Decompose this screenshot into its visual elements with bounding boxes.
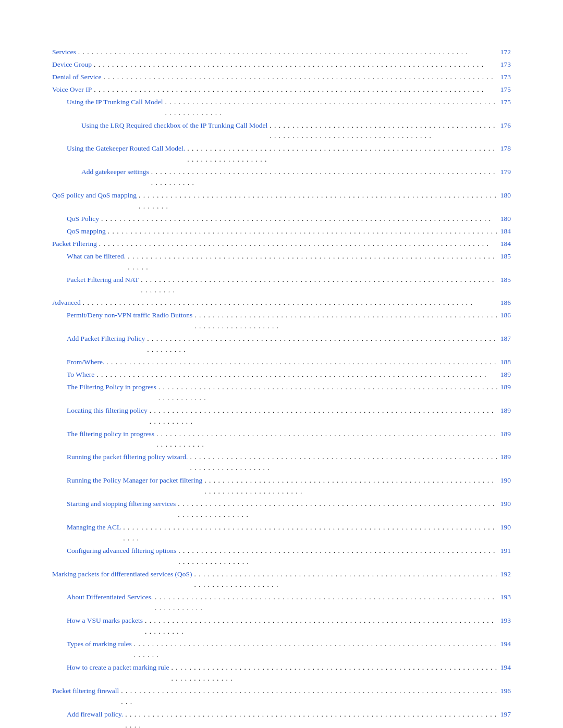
toc-dots: . . . . . . . . . . . . . . . . . . . . … — [204, 475, 498, 497]
toc-dots: . . . . . . . . . . . . . . . . . . . . … — [190, 452, 498, 474]
toc-link[interactable]: Running the Policy Manager for packet fi… — [67, 475, 202, 486]
toc-page-num: 178 — [500, 143, 511, 154]
toc-dots: . . . . . . . . . . . . . . . . . . . . … — [171, 662, 498, 684]
toc-link[interactable]: Packet Filtering and NAT — [67, 275, 139, 286]
toc-page-num: 175 — [500, 84, 511, 95]
toc-link[interactable]: From/Where. — [67, 357, 104, 368]
toc-entry[interactable]: About Differentiated Services. . . . . .… — [52, 592, 511, 614]
toc-link[interactable]: What can be filtered. — [67, 251, 126, 262]
toc-link[interactable]: How a VSU marks packets — [67, 615, 143, 626]
toc-page-num: 193 — [500, 592, 511, 603]
toc-dots: . . . . . . . . . . . . . . . . . . . . … — [128, 251, 498, 273]
toc-entry[interactable]: Services . . . . . . . . . . . . . . . .… — [52, 47, 511, 58]
toc-page-num: 188 — [500, 357, 511, 368]
toc-page-num: 172 — [500, 47, 511, 58]
toc-link[interactable]: Managing the ACL — [67, 522, 121, 533]
toc-link[interactable]: Permit/Deny non-VPN traffic Radio Button… — [67, 310, 192, 321]
toc-entry[interactable]: Packet filtering firewall . . . . . . . … — [52, 686, 511, 708]
toc-dots: . . . . . . . . . . . . . . . . . . . . … — [151, 167, 498, 189]
toc-entry[interactable]: Add firewall policy. . . . . . . . . . .… — [52, 709, 511, 728]
toc-entry[interactable]: Marking packets for differentiated servi… — [52, 569, 511, 591]
toc-dots: . . . . . . . . . . . . . . . . . . . . … — [94, 84, 498, 95]
toc-entry[interactable]: Using the LRQ Required checkbox of the I… — [52, 120, 511, 142]
toc-link[interactable]: To Where — [67, 369, 94, 380]
toc-entry[interactable]: Voice Over IP . . . . . . . . . . . . . … — [52, 84, 511, 95]
toc-link[interactable]: Device Group — [52, 59, 92, 70]
toc-link[interactable]: The Filtering Policy in progress — [67, 382, 156, 393]
toc-entry[interactable]: QoS mapping . . . . . . . . . . . . . . … — [52, 226, 511, 237]
toc-entry[interactable]: Types of marking rules . . . . . . . . .… — [52, 639, 511, 661]
toc-entry[interactable]: Packet Filtering . . . . . . . . . . . .… — [52, 239, 511, 250]
toc-link[interactable]: Using the IP Trunking Call Model — [67, 97, 163, 108]
toc-entry[interactable]: QoS policy and QoS mapping . . . . . . .… — [52, 190, 511, 212]
toc-link[interactable]: Using the Gatekeeper Routed Call Model. — [67, 143, 185, 154]
toc-link[interactable]: Packet Filtering — [52, 239, 97, 250]
toc-dots: . . . . . . . . . . . . . . . . . . . . … — [103, 72, 498, 83]
toc-page-num: 187 — [500, 334, 511, 344]
toc-dots: . . . . . . . . . . . . . . . . . . . . … — [108, 226, 498, 237]
toc-page-num: 186 — [500, 310, 511, 321]
toc-link[interactable]: Marking packets for differentiated servi… — [52, 569, 192, 580]
toc-entry[interactable]: Using the IP Trunking Call Model . . . .… — [52, 97, 511, 119]
toc-entry[interactable]: From/Where. . . . . . . . . . . . . . . … — [52, 357, 511, 368]
toc-link[interactable]: Locating this filtering policy — [67, 405, 148, 416]
toc-dots: . . . . . . . . . . . . . . . . . . . . … — [145, 615, 498, 637]
toc-link[interactable]: How to create a packet marking rule — [67, 662, 169, 673]
toc-entry[interactable]: Advanced . . . . . . . . . . . . . . . .… — [52, 298, 511, 309]
toc-link[interactable]: Add firewall policy. — [67, 709, 123, 720]
toc-link[interactable]: Services — [52, 47, 76, 58]
toc-entry[interactable]: Device Group . . . . . . . . . . . . . .… — [52, 59, 511, 70]
toc-page-num: 197 — [500, 709, 511, 720]
toc-link[interactable]: Types of marking rules — [67, 639, 132, 650]
toc-dots: . . . . . . . . . . . . . . . . . . . . … — [270, 120, 498, 142]
toc-dots: . . . . . . . . . . . . . . . . . . . . … — [187, 143, 498, 165]
toc-link[interactable]: Configuring advanced filtering options — [67, 546, 176, 557]
toc-page-num: 196 — [500, 686, 511, 697]
toc-entry[interactable]: Running the Policy Manager for packet fi… — [52, 475, 511, 497]
toc-link[interactable]: Voice Over IP — [52, 84, 92, 95]
toc-entry[interactable]: Running the packet filtering policy wiza… — [52, 452, 511, 474]
toc-link[interactable]: QoS Policy — [67, 214, 99, 225]
toc-dots: . . . . . . . . . . . . . . . . . . . . … — [194, 569, 498, 591]
toc-page-num: 180 — [500, 214, 511, 225]
toc-page-num: 192 — [500, 569, 511, 580]
toc-link[interactable]: Using the LRQ Required checkbox of the I… — [81, 120, 267, 131]
toc-entry[interactable]: Configuring advanced filtering options .… — [52, 546, 511, 567]
toc-entry[interactable]: Add gatekeeper settings . . . . . . . . … — [52, 167, 511, 189]
toc-entry[interactable]: The Filtering Policy in progress . . . .… — [52, 382, 511, 404]
toc-entry[interactable]: Packet Filtering and NAT . . . . . . . .… — [52, 275, 511, 297]
toc-link[interactable]: Running the packet filtering policy wiza… — [67, 452, 188, 463]
toc-dots: . . . . . . . . . . . . . . . . . . . . … — [194, 310, 498, 332]
toc-dots: . . . . . . . . . . . . . . . . . . . . … — [83, 298, 498, 309]
toc-link[interactable]: About Differentiated Services. — [67, 592, 153, 603]
toc-link[interactable]: QoS mapping — [67, 226, 106, 237]
toc-entry[interactable]: Permit/Deny non-VPN traffic Radio Button… — [52, 310, 511, 332]
toc-entry[interactable]: How to create a packet marking rule . . … — [52, 662, 511, 684]
toc-entry[interactable]: What can be filtered. . . . . . . . . . … — [52, 251, 511, 273]
toc-dots: . . . . . . . . . . . . . . . . . . . . … — [141, 275, 498, 297]
toc-entry[interactable]: QoS Policy . . . . . . . . . . . . . . .… — [52, 214, 511, 225]
toc-entry[interactable]: Denial of Service . . . . . . . . . . . … — [52, 72, 511, 83]
toc-dots: . . . . . . . . . . . . . . . . . . . . … — [99, 239, 498, 250]
toc-link[interactable]: QoS policy and QoS mapping — [52, 190, 137, 201]
toc-entry[interactable]: Starting and stopping filtering services… — [52, 499, 511, 521]
toc-dots: . . . . . . . . . . . . . . . . . . . . … — [94, 59, 498, 70]
toc-entry[interactable]: Add Packet Filtering Policy . . . . . . … — [52, 334, 511, 355]
toc-dots: . . . . . . . . . . . . . . . . . . . . … — [134, 639, 498, 661]
toc-entry[interactable]: To Where . . . . . . . . . . . . . . . .… — [52, 369, 511, 380]
toc-entry[interactable]: Using the Gatekeeper Routed Call Model. … — [52, 143, 511, 165]
toc-entry[interactable]: How a VSU marks packets . . . . . . . . … — [52, 615, 511, 637]
toc-link[interactable]: Add gatekeeper settings — [81, 167, 149, 178]
toc-entry[interactable]: Locating this filtering policy . . . . .… — [52, 405, 511, 427]
toc-entry[interactable]: The filtering policy in progress . . . .… — [52, 429, 511, 451]
toc-link[interactable]: Denial of Service — [52, 72, 101, 83]
toc-entry[interactable]: Managing the ACL . . . . . . . . . . . .… — [52, 522, 511, 544]
toc-link[interactable]: Add Packet Filtering Policy — [67, 334, 145, 344]
toc-link[interactable]: Advanced — [52, 298, 81, 309]
toc-link[interactable]: Starting and stopping filtering services — [67, 499, 176, 510]
toc-page-num: 189 — [500, 429, 511, 440]
toc-page-num: 179 — [500, 167, 511, 178]
toc-dots: . . . . . . . . . . . . . . . . . . . . … — [96, 369, 498, 380]
toc-link[interactable]: Packet filtering firewall — [52, 686, 119, 697]
toc-link[interactable]: The filtering policy in progress — [67, 429, 154, 440]
